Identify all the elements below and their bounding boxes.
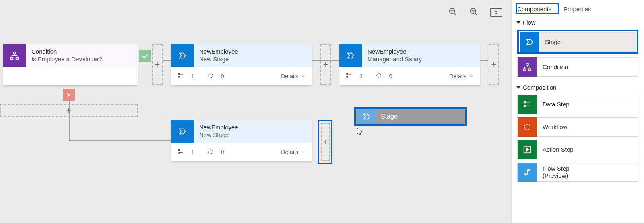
stage-chevron-icon [171,120,194,143]
stage2-title: NewEmployee [367,48,422,56]
chevron-down-icon [469,74,474,79]
chevron-down-icon [301,74,305,79]
component-label: Stage [539,38,561,46]
svg-rect-20 [347,76,348,77]
dashed-circle-icon [518,117,537,137]
svg-marker-24 [180,129,186,134]
cursor-icon [356,127,364,135]
stage3-steps: 1 [191,149,194,155]
workflow-count-icon [207,73,214,80]
plus-icon: + [66,105,72,116]
component-label: Condition [537,63,568,71]
stage1-steps: 1 [191,73,194,79]
stage2-details-toggle[interactable]: Details [449,73,474,79]
condition-node[interactable]: Condition Is Employee a Developer? [3,44,138,85]
component-data-step[interactable]: Data Step [517,95,638,114]
stage-chevron-icon [357,109,376,124]
svg-rect-33 [524,69,526,71]
component-condition[interactable]: Condition [517,57,638,77]
plus-icon: + [323,59,328,70]
svg-rect-32 [526,63,528,65]
data-step-count-icon [346,73,352,80]
plus-icon: + [323,137,328,147]
stage3-workflows: 0 [221,149,224,155]
stage-node-2[interactable]: NewEmployee Manager and Salary 2 0 Detai… [339,44,480,85]
branch-icon [3,44,26,67]
component-action-step[interactable]: Action Step [517,140,638,159]
drop-slot-active[interactable]: + [318,120,332,164]
chevron-down-icon [301,150,305,154]
plus-icon: + [491,59,497,70]
stage-chevron-icon [339,44,362,67]
svg-rect-19 [347,73,348,75]
stage2-workflows: 0 [389,73,392,79]
list-icon [518,95,537,114]
tab-highlight [516,3,559,14]
stage3-title: NewEmployee [199,124,238,131]
branch-icon [518,57,537,77]
stage-chevron-icon [520,32,539,52]
section-flow-header[interactable]: Flow [517,19,638,26]
flow-icon [518,163,537,182]
svg-marker-12 [180,53,186,58]
component-label: Action Step [537,146,574,153]
svg-rect-36 [524,105,526,107]
stage1-details-toggle[interactable]: Details [281,73,305,79]
drop-slot[interactable]: + [320,44,331,85]
stage-component-highlight: Stage [517,30,638,54]
component-workflow[interactable]: Workflow [517,117,638,137]
play-square-icon [518,140,537,159]
component-label: Workflow [537,123,567,131]
svg-point-29 [208,149,213,154]
components-panel: Components Properties Flow Stage Conditi… [511,0,644,223]
svg-point-23 [376,73,381,78]
svg-marker-18 [348,53,354,58]
checkmark-icon [139,50,151,62]
svg-rect-26 [178,152,180,153]
condition-title: Condition [31,48,102,56]
component-flow-step[interactable]: Flow Step (Preview) [517,163,638,182]
stage1-workflows: 0 [221,73,224,79]
data-step-count-icon [178,73,184,80]
stage3-details-toggle[interactable]: Details [281,149,305,155]
stage-chevron-icon [171,44,194,67]
svg-rect-35 [524,102,526,103]
drag-ghost-label: Stage [381,113,398,120]
svg-marker-30 [364,114,370,119]
drop-slot[interactable]: + [489,44,499,85]
drop-slot-wide[interactable]: + [0,104,138,117]
condition-sub: Is Employee a Developer? [31,56,102,63]
section-composition-header[interactable]: Composition [517,84,638,91]
svg-rect-14 [178,76,180,77]
svg-marker-41 [526,148,529,151]
workflow-count-icon [376,73,382,80]
workflow-count-icon [207,148,214,156]
svg-rect-9 [16,58,18,60]
svg-rect-13 [178,73,180,75]
stage1-sub: New Stage [199,56,238,63]
component-label: Data Step [537,101,570,108]
stage-node-1[interactable]: NewEmployee New Stage 1 0 Details [171,44,312,85]
data-step-count-icon [178,148,184,156]
svg-rect-34 [529,69,531,71]
close-icon [63,89,75,101]
stage3-sub: New Stage [199,131,238,139]
stage1-title: NewEmployee [199,48,238,56]
tab-properties[interactable]: Properties [564,6,591,13]
stage2-steps: 2 [359,73,363,79]
component-stage[interactable]: Stage [520,32,636,52]
svg-rect-25 [178,149,180,150]
component-label: Flow Step (Preview) [537,165,570,179]
svg-rect-8 [11,58,13,60]
svg-point-17 [208,73,213,78]
plus-icon: + [155,59,160,70]
stage2-sub: Manager and Salary [367,56,422,63]
stage-node-3[interactable]: NewEmployee New Stage 1 0 Details [171,120,312,161]
drag-ghost-stage[interactable]: Stage [354,107,467,126]
svg-rect-7 [13,52,16,54]
drop-slot[interactable]: + [152,44,163,85]
svg-point-39 [524,124,530,130]
svg-marker-31 [527,40,533,45]
